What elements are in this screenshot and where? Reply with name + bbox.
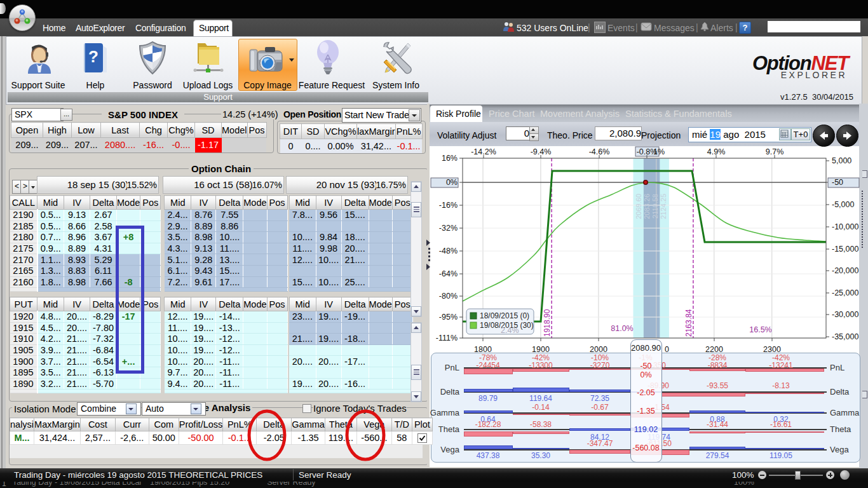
svg-text:-20,000: -20,000 xyxy=(832,266,858,275)
svg-text:-16%: -16% xyxy=(439,201,458,210)
svg-text:-48%: -48% xyxy=(439,247,458,255)
svg-text:-4.6%: -4.6% xyxy=(589,147,610,156)
svg-text:2083.26: 2083.26 xyxy=(643,194,651,219)
svg-text:9.7%: 9.7% xyxy=(766,147,784,156)
svg-text:-14.2%: -14.2% xyxy=(471,147,496,156)
svg-text:-30,000: -30,000 xyxy=(832,310,858,319)
svg-text:16.5%: 16.5% xyxy=(749,325,771,334)
svg-text:?: ? xyxy=(88,47,98,66)
svg-text:1918.90: 1918.90 xyxy=(543,309,552,337)
svg-text:2069.60: 2069.60 xyxy=(635,194,642,219)
svg-text:1%: 1% xyxy=(653,147,665,156)
svg-text:16%: 16% xyxy=(442,154,458,163)
svg-text:-80%: -80% xyxy=(439,292,458,301)
svg-text:18/09/2015 (0): 18/09/2015 (0) xyxy=(480,311,529,320)
svg-text:2163.84: 2163.84 xyxy=(684,309,693,337)
svg-text:81.0%: 81.0% xyxy=(611,324,633,333)
svg-text:-5,000: -5,000 xyxy=(832,200,854,209)
svg-text:2124.25: 2124.25 xyxy=(660,194,667,219)
svg-text:2110.58: 2110.58 xyxy=(651,194,659,219)
svg-text:-50: -50 xyxy=(832,178,843,187)
svg-text:-25,000: -25,000 xyxy=(832,288,858,297)
svg-text:-15,000: -15,000 xyxy=(832,245,858,254)
svg-text:-64%: -64% xyxy=(439,269,458,278)
svg-text:2.4%: 2.4% xyxy=(501,326,519,335)
svg-text:0%: 0% xyxy=(446,178,458,187)
svg-text:-9.4%: -9.4% xyxy=(531,147,552,156)
svg-text:5,000: 5,000 xyxy=(832,156,851,165)
svg-text:-35,000: -35,000 xyxy=(832,332,858,341)
svg-text:-32%: -32% xyxy=(439,224,458,233)
svg-text:-95%: -95% xyxy=(439,313,458,322)
svg-text:-111%: -111% xyxy=(436,334,458,342)
svg-text:4.9%: 4.9% xyxy=(707,147,726,156)
svg-text:-10,000: -10,000 xyxy=(832,222,858,231)
